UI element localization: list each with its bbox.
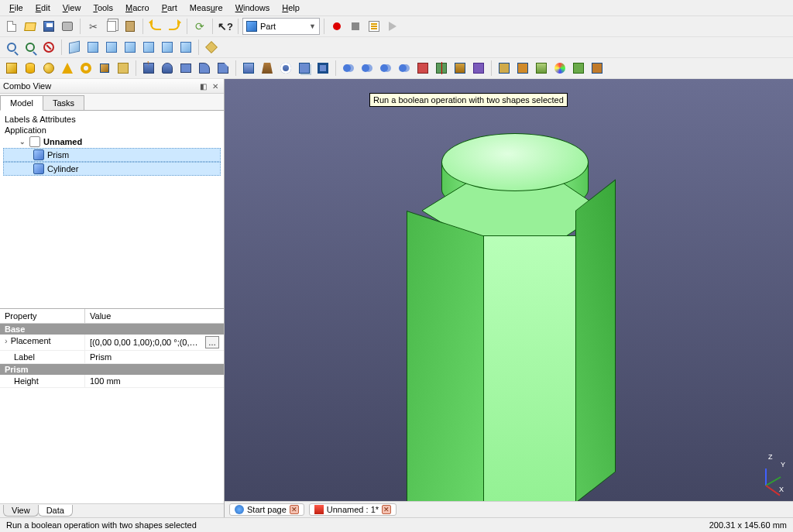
convert-button[interactable] (570, 60, 587, 77)
tree-document-label: Unnamed (43, 137, 82, 146)
bottom-button[interactable] (159, 39, 176, 56)
cross-sections-button[interactable] (451, 60, 469, 77)
draw-style-button[interactable] (40, 39, 57, 56)
refresh-button[interactable]: ⟳ (191, 18, 208, 35)
toolbar-view (0, 37, 793, 58)
sphere-button[interactable] (40, 60, 57, 77)
menu-tools[interactable]: Tools (87, 2, 119, 14)
shape-builder-button[interactable] (115, 60, 132, 77)
menu-file[interactable]: File (3, 2, 29, 14)
print-button[interactable] (59, 18, 76, 35)
thickness-button[interactable] (314, 60, 331, 77)
macro-stop-button[interactable] (347, 18, 364, 35)
menu-view[interactable]: View (57, 2, 88, 14)
collapse-icon[interactable]: ⌄ (19, 138, 26, 146)
macro-record-button[interactable] (328, 18, 345, 35)
tree-item-label: Prism (47, 150, 69, 160)
box-button[interactable] (3, 60, 20, 77)
menu-windows[interactable]: Windows (229, 2, 276, 14)
row-label[interactable]: Label Prism (0, 351, 224, 364)
doctab-start[interactable]: Start page ✕ (229, 503, 304, 516)
section-button[interactable] (433, 60, 450, 77)
macros-button[interactable] (366, 18, 383, 35)
menubar: File Edit View Tools Macro Part Measure … (0, 0, 793, 16)
chamfer-button[interactable] (215, 60, 232, 77)
torus-button[interactable] (77, 60, 94, 77)
freecad-icon (314, 505, 324, 514)
tab-model[interactable]: Model (0, 95, 43, 111)
label-value[interactable]: Prism (85, 351, 224, 363)
document-tabs: Start page ✕ Unnamed : 1* ✕ (225, 501, 793, 517)
fit-all-button[interactable] (3, 39, 20, 56)
doctab-unnamed[interactable]: Unnamed : 1* ✕ (309, 503, 396, 516)
fillet-button[interactable] (196, 60, 213, 77)
cut-button[interactable]: ✂ (84, 18, 101, 35)
cylinder-button[interactable] (22, 60, 39, 77)
fuse-button[interactable] (377, 60, 394, 77)
extrude-button[interactable] (140, 60, 157, 77)
property-tabs: View Data (0, 503, 224, 517)
close-tab-button[interactable]: ✕ (382, 505, 391, 514)
join-button[interactable] (414, 60, 431, 77)
make-face-button[interactable] (496, 60, 513, 77)
save-button[interactable] (40, 18, 57, 35)
fit-selection-button[interactable] (22, 39, 39, 56)
loft-button[interactable] (259, 60, 276, 77)
row-height[interactable]: Height 100 mm (0, 375, 224, 388)
menu-macro[interactable]: Macro (119, 2, 156, 14)
undock-button[interactable]: ◧ (197, 81, 208, 91)
close-tab-button[interactable]: ✕ (290, 505, 299, 514)
combo-view-panel: Combo View ◧ ✕ Model Tasks Labels & Attr… (0, 79, 225, 517)
undo-button[interactable] (147, 18, 164, 35)
tab-data[interactable]: Data (38, 505, 73, 517)
doctab-label: Unnamed : 1* (327, 505, 379, 514)
boolean-button[interactable] (340, 60, 357, 77)
top-button[interactable] (103, 39, 120, 56)
ruled-surface-button[interactable] (240, 60, 257, 77)
measure-distance-button[interactable] (203, 39, 220, 56)
tree-application[interactable]: Application (3, 125, 221, 136)
refine-button[interactable] (514, 60, 531, 77)
open-button[interactable] (22, 18, 39, 35)
height-value[interactable]: 100 mm (85, 375, 224, 387)
tree-document[interactable]: ⌄ Unnamed (3, 136, 221, 148)
close-panel-button[interactable]: ✕ (210, 81, 221, 91)
menu-edit[interactable]: Edit (29, 2, 57, 14)
copy-button[interactable] (103, 18, 120, 35)
label-label: Label (0, 351, 85, 363)
tab-view[interactable]: View (3, 505, 39, 517)
cone-button[interactable] (59, 60, 76, 77)
offset-button[interactable] (296, 60, 313, 77)
macro-play-button[interactable] (384, 18, 401, 35)
menu-help[interactable]: Help (276, 2, 306, 14)
workbench-selector[interactable]: Part ▼ (242, 18, 320, 35)
row-placement[interactable]: ›Placement [(0,00 0,00 1,00);0,00 °;(0,0… (0, 335, 224, 351)
tab-tasks[interactable]: Tasks (43, 95, 84, 110)
common-button[interactable] (396, 60, 413, 77)
tree-item-prism[interactable]: Prism (3, 148, 221, 162)
compound-button[interactable] (470, 60, 487, 77)
import-button[interactable] (589, 60, 606, 77)
3d-viewport[interactable]: Run a boolean operation with two shapes … (225, 79, 793, 501)
isometric-button[interactable] (66, 39, 83, 56)
revolve-button[interactable] (159, 60, 176, 77)
cut-bool-button[interactable] (359, 60, 376, 77)
front-button[interactable] (84, 39, 101, 56)
rear-button[interactable] (140, 39, 157, 56)
appearance-button[interactable] (551, 60, 568, 77)
placement-edit-button[interactable]: … (205, 336, 219, 348)
menu-measure[interactable]: Measure (184, 2, 229, 14)
tree-item-cylinder[interactable]: Cylinder (3, 162, 221, 176)
check-geometry-button[interactable] (533, 60, 550, 77)
tree-view[interactable]: Labels & Attributes Application ⌄ Unname… (0, 111, 224, 308)
mirror-button[interactable] (177, 60, 194, 77)
menu-part[interactable]: Part (156, 2, 184, 14)
redo-button[interactable] (166, 18, 183, 35)
pointer-button[interactable]: ↖? (217, 18, 234, 35)
sweep-button[interactable] (277, 60, 294, 77)
paste-button[interactable] (122, 18, 139, 35)
right-button[interactable] (122, 39, 139, 56)
new-button[interactable] (3, 18, 20, 35)
primitives-button[interactable] (96, 60, 113, 77)
left-button[interactable] (177, 39, 194, 56)
